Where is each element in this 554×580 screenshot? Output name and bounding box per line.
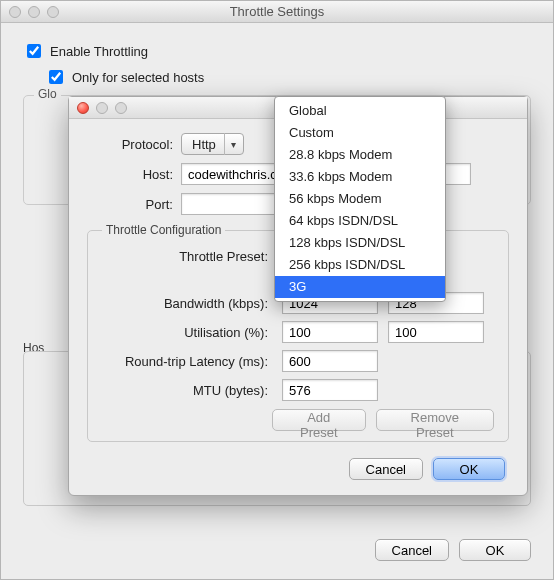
preset-menu-item[interactable]: Custom	[275, 122, 445, 144]
enable-throttling-row: Enable Throttling	[23, 41, 531, 61]
mtu-input[interactable]	[282, 379, 378, 401]
remove-preset-button[interactable]: Remove Preset	[376, 409, 494, 431]
rtt-input[interactable]	[282, 350, 378, 372]
rtt-label: Round-trip Latency (ms):	[102, 354, 272, 369]
throttle-preset-menu[interactable]: GlobalCustom28.8 kbps Modem33.6 kbps Mod…	[274, 96, 446, 302]
preset-menu-item[interactable]: 28.8 kbps Modem	[275, 144, 445, 166]
dialog-ok-button[interactable]: OK	[433, 458, 505, 480]
bandwidth-label: Bandwidth (kbps):	[102, 296, 272, 311]
protocol-combo[interactable]: Http ▾	[181, 133, 244, 155]
preset-label: Throttle Preset:	[102, 249, 272, 264]
port-label: Port:	[87, 197, 181, 212]
utilisation-label: Utilisation (%):	[102, 325, 272, 340]
preset-menu-item[interactable]: 33.6 kbps Modem	[275, 166, 445, 188]
only-selected-label: Only for selected hosts	[72, 70, 204, 85]
cancel-button[interactable]: Cancel	[375, 539, 449, 561]
enable-throttling-checkbox[interactable]	[27, 44, 41, 58]
window-title: Throttle Settings	[1, 4, 553, 19]
chevron-down-icon: ▾	[225, 139, 243, 150]
enable-throttling-label: Enable Throttling	[50, 44, 148, 59]
preset-menu-item[interactable]: 256 kbps ISDN/DSL	[275, 254, 445, 276]
preset-button-row: Add Preset Remove Preset	[272, 409, 494, 431]
protocol-label: Protocol:	[87, 137, 181, 152]
preset-menu-item[interactable]: 56 kbps Modem	[275, 188, 445, 210]
host-label: Host:	[87, 167, 181, 182]
dialog-close-light[interactable]	[77, 102, 89, 114]
minimize-light[interactable]	[28, 6, 40, 18]
port-input[interactable]	[181, 193, 281, 215]
preset-menu-item[interactable]: Global	[275, 100, 445, 122]
throttle-config-legend: Throttle Configuration	[102, 223, 225, 237]
dialog-minimize-light[interactable]	[96, 102, 108, 114]
protocol-value: Http	[192, 137, 216, 152]
ok-button[interactable]: OK	[459, 539, 531, 561]
dialog-traffic-lights	[77, 102, 127, 114]
preset-menu-item[interactable]: 64 kbps ISDN/DSL	[275, 210, 445, 232]
utilisation-download-input[interactable]	[282, 321, 378, 343]
utilisation-upload-input[interactable]	[388, 321, 484, 343]
dialog-zoom-light[interactable]	[115, 102, 127, 114]
mtu-label: MTU (bytes):	[102, 383, 272, 398]
throttle-settings-window: Throttle Settings Enable Throttling Only…	[0, 0, 554, 580]
dialog-button-row: Cancel OK	[87, 458, 509, 484]
zoom-light[interactable]	[47, 6, 59, 18]
preset-menu-item[interactable]: 3G	[275, 276, 445, 298]
dialog-cancel-button[interactable]: Cancel	[349, 458, 423, 480]
only-selected-checkbox[interactable]	[49, 70, 63, 84]
close-light[interactable]	[9, 6, 21, 18]
traffic-lights	[9, 6, 59, 18]
main-button-row: Cancel OK	[375, 539, 531, 561]
only-selected-row: Only for selected hosts	[45, 67, 531, 87]
add-preset-button[interactable]: Add Preset	[272, 409, 366, 431]
titlebar: Throttle Settings	[1, 1, 553, 23]
preset-menu-item[interactable]: 128 kbps ISDN/DSL	[275, 232, 445, 254]
global-group-label: Glo	[34, 87, 61, 101]
